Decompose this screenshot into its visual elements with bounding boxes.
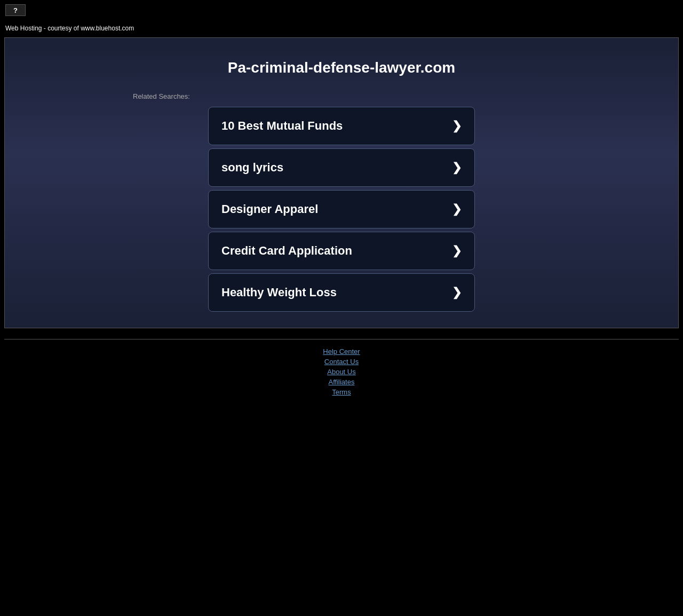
search-item-label: song lyrics — [221, 161, 283, 175]
search-item-designer-apparel[interactable]: Designer Apparel ❯ — [208, 190, 475, 228]
search-item-label: Healthy Weight Loss — [221, 286, 337, 299]
about-us-link[interactable]: About Us — [327, 368, 355, 376]
chevron-right-icon: ❯ — [452, 161, 462, 175]
help-center-link[interactable]: Help Center — [323, 348, 360, 356]
chevron-right-icon: ❯ — [452, 202, 462, 216]
search-item-label: 10 Best Mutual Funds — [221, 119, 343, 133]
search-item-label: Designer Apparel — [221, 202, 318, 216]
chevron-right-icon: ❯ — [452, 286, 462, 299]
affiliates-link[interactable]: Affiliates — [329, 378, 355, 386]
contact-us-link[interactable]: Contact Us — [324, 358, 359, 366]
web-hosting-text: Web Hosting - courtesy of www.bluehost.c… — [0, 20, 683, 37]
main-container: Pa-criminal-defense-lawyer.com Related S… — [4, 37, 679, 328]
question-icon-box[interactable]: ? — [5, 4, 26, 16]
footer-links: Help Center Contact Us About Us Affiliat… — [0, 339, 683, 404]
question-icon: ? — [13, 6, 18, 14]
search-item-credit-card[interactable]: Credit Card Application ❯ — [208, 232, 475, 270]
search-item-song-lyrics[interactable]: song lyrics ❯ — [208, 148, 475, 187]
related-searches-label: Related Searches: — [5, 92, 678, 100]
search-item-healthy-weight[interactable]: Healthy Weight Loss ❯ — [208, 273, 475, 312]
site-title: Pa-criminal-defense-lawyer.com — [5, 49, 678, 92]
terms-link[interactable]: Terms — [332, 388, 351, 396]
chevron-right-icon: ❯ — [452, 119, 462, 133]
top-bar: ? — [0, 0, 683, 20]
search-item-label: Credit Card Application — [221, 244, 352, 258]
search-item-mutual-funds[interactable]: 10 Best Mutual Funds ❯ — [208, 107, 475, 145]
search-items-list: 10 Best Mutual Funds ❯ song lyrics ❯ Des… — [5, 107, 678, 312]
chevron-right-icon: ❯ — [452, 244, 462, 258]
